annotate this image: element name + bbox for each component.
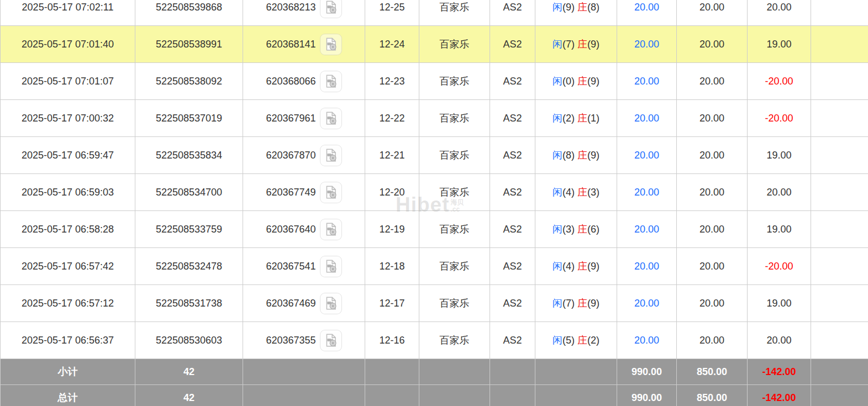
cell-win-loss: -20.00 — [748, 63, 811, 100]
summary-label: 小计 — [1, 359, 135, 385]
video-replay-icon — [324, 222, 338, 236]
bet-amount-link[interactable]: 20.00 — [634, 298, 659, 309]
banker-result-points: (2) — [587, 335, 599, 346]
bet-amount-link[interactable]: 20.00 — [634, 224, 659, 235]
cell-game-type: 百家乐 — [419, 211, 490, 248]
summary-valid-total: 850.00 — [677, 385, 748, 406]
bet-amount-link[interactable]: 20.00 — [634, 150, 659, 161]
video-replay-icon — [324, 111, 338, 125]
player-result-points: (8) — [562, 150, 575, 161]
video-replay-button[interactable] — [320, 256, 342, 277]
video-replay-button[interactable] — [320, 34, 342, 55]
video-replay-button[interactable] — [320, 293, 342, 314]
cell-win-loss: 19.00 — [748, 137, 811, 174]
video-replay-icon — [324, 259, 338, 273]
cell-round-id: 620368213 — [243, 0, 365, 26]
player-result-label: 闲 — [553, 76, 562, 87]
summary-empty — [365, 385, 419, 406]
banker-result-label: 庄 — [577, 150, 587, 161]
video-replay-icon — [324, 37, 338, 51]
banker-result-points: (9) — [587, 76, 599, 87]
video-replay-button[interactable] — [320, 108, 342, 129]
cell-bet-time: 2025-05-17 06:59:03 — [1, 174, 135, 211]
cell-round-number: 12-18 — [365, 248, 419, 285]
round-id-text: 620367469 — [266, 298, 315, 309]
summary-empty — [811, 385, 868, 406]
player-result-label: 闲 — [553, 298, 562, 309]
cell-bet-id: 522508534700 — [135, 174, 243, 211]
cell-valid-amount: 20.00 — [677, 26, 748, 63]
video-replay-button[interactable] — [320, 330, 342, 351]
cell-table-code: AS2 — [490, 248, 535, 285]
round-id-text: 620368213 — [266, 2, 315, 13]
cell-round-number: 12-24 — [365, 26, 419, 63]
video-replay-button[interactable] — [320, 0, 342, 18]
bet-amount-link[interactable]: 20.00 — [634, 113, 659, 124]
player-result-label: 闲 — [553, 150, 562, 161]
cell-bet-id: 522508537019 — [135, 100, 243, 137]
player-result-label: 闲 — [553, 113, 562, 124]
cell-round-id: 620367640 — [243, 211, 365, 248]
cell-round-id: 620367749 — [243, 174, 365, 211]
bet-amount-link[interactable]: 20.00 — [634, 76, 659, 87]
video-replay-icon — [324, 185, 338, 199]
cell-bet-id: 522508532478 — [135, 248, 243, 285]
cell-table-code: AS2 — [490, 63, 535, 100]
cell-win-loss: 19.00 — [748, 26, 811, 63]
player-result-points: (9) — [562, 2, 575, 13]
player-result-label: 闲 — [553, 224, 562, 235]
player-result-points: (2) — [562, 113, 575, 124]
cell-round-id: 620367469 — [243, 285, 365, 322]
banker-result-label: 庄 — [577, 224, 587, 235]
cell-bet-time: 2025-05-17 06:58:28 — [1, 211, 135, 248]
cell-empty — [811, 211, 868, 248]
bet-amount-link[interactable]: 20.00 — [634, 187, 659, 198]
cell-round-number: 12-21 — [365, 137, 419, 174]
player-result-points: (5) — [562, 335, 575, 346]
cell-game-type: 百家乐 — [419, 322, 490, 359]
cell-empty — [811, 322, 868, 359]
cell-table-code: AS2 — [490, 322, 535, 359]
cell-game-type: 百家乐 — [419, 285, 490, 322]
banker-result-points: (6) — [587, 224, 599, 235]
video-replay-button[interactable] — [320, 219, 342, 240]
cell-bet-id: 522508531738 — [135, 285, 243, 322]
player-result-points: (4) — [562, 187, 575, 198]
summary-valid-total: 850.00 — [677, 359, 748, 385]
cell-win-loss: 19.00 — [748, 211, 811, 248]
round-id-text: 620367749 — [266, 187, 315, 198]
video-replay-button[interactable] — [320, 71, 342, 92]
banker-result-label: 庄 — [577, 113, 587, 124]
video-replay-button[interactable] — [320, 182, 342, 203]
summary-empty — [419, 385, 490, 406]
cell-game-result: 闲(9) 庄(8) — [535, 0, 617, 26]
bet-amount-link[interactable]: 20.00 — [634, 335, 659, 346]
cell-game-result: 闲(4) 庄(3) — [535, 174, 617, 211]
cell-table-code: AS2 — [490, 137, 535, 174]
cell-win-loss: -20.00 — [748, 100, 811, 137]
video-replay-icon — [324, 74, 338, 88]
cell-round-number: 12-17 — [365, 285, 419, 322]
summary-win-loss-total: -142.00 — [748, 359, 811, 385]
bet-amount-link[interactable]: 20.00 — [634, 39, 659, 50]
cell-bet-id: 522508533759 — [135, 211, 243, 248]
cell-empty — [811, 248, 868, 285]
cell-bet-id: 522508538092 — [135, 63, 243, 100]
cell-empty — [811, 63, 868, 100]
bet-amount-link[interactable]: 20.00 — [634, 2, 659, 13]
banker-result-points: (9) — [587, 39, 599, 50]
cell-valid-amount: 20.00 — [677, 100, 748, 137]
banker-result-label: 庄 — [577, 76, 587, 87]
video-replay-button[interactable] — [320, 145, 342, 166]
banker-result-label: 庄 — [577, 2, 587, 13]
summary-row: 总计 42 990.00 850.00 -142.00 — [1, 385, 868, 406]
cell-empty — [811, 285, 868, 322]
video-replay-icon — [324, 0, 338, 14]
banker-result-points: (1) — [587, 113, 599, 124]
cell-game-result: 闲(2) 庄(1) — [535, 100, 617, 137]
cell-bet-id: 522508530603 — [135, 322, 243, 359]
cell-bet-id: 522508535834 — [135, 137, 243, 174]
summary-empty — [535, 359, 617, 385]
cell-round-number: 12-23 — [365, 63, 419, 100]
bet-amount-link[interactable]: 20.00 — [634, 261, 659, 272]
